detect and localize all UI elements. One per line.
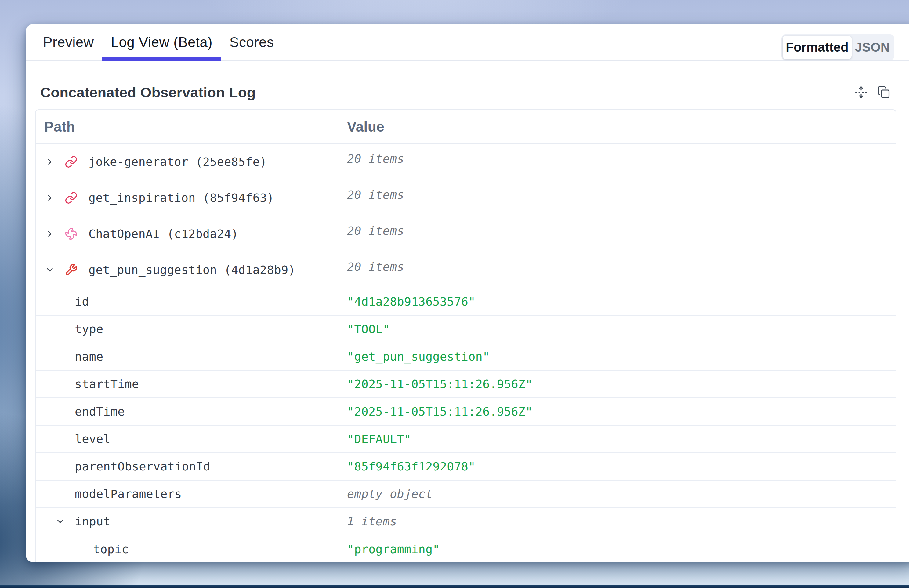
row-value: "2025-11-05T15:11:26.956Z" (347, 377, 533, 391)
observation-log-table: Path Value joke-generator (25ee85fe)20 i… (35, 109, 896, 562)
path-cell: joke-generator (25ee85fe) (36, 144, 347, 179)
path-cell: get_inspiration (85f94f63) (36, 180, 347, 216)
tab-preview[interactable]: Preview (34, 24, 102, 60)
chevron-right-icon[interactable] (45, 157, 54, 166)
row-value: 20 items (347, 260, 404, 273)
table-row[interactable]: get_pun_suggestion (4d1a28b9)20 items (36, 252, 896, 288)
column-header-value: Value (347, 118, 384, 135)
chevron-down-icon[interactable] (45, 265, 54, 275)
link-icon (65, 191, 77, 204)
row-label: get_inspiration (85f94f63) (89, 191, 274, 205)
table-body: joke-generator (25ee85fe)20 itemsget_ins… (36, 144, 896, 562)
value-cell: "85f94f63f1292078" (347, 453, 896, 480)
table-row: endTime"2025-11-05T15:11:26.956Z" (36, 398, 896, 426)
value-cell: 20 items (347, 252, 896, 288)
section-toolbar (854, 86, 890, 99)
table-row[interactable]: joke-generator (25ee85fe)20 items (36, 144, 896, 180)
value-cell: "4d1a28b913653576" (347, 288, 896, 315)
value-cell: "get_pun_suggestion" (347, 343, 896, 370)
row-label: name (75, 350, 103, 363)
value-cell: "DEFAULT" (347, 426, 896, 452)
row-value: 20 items (347, 152, 404, 165)
value-cell: "2025-11-05T15:11:26.956Z" (347, 371, 896, 397)
row-label: type (75, 322, 103, 336)
value-cell: "programming" (347, 535, 896, 562)
desktop-background: Preview Log View (Beta) Scores Formatted… (0, 0, 909, 588)
value-cell: empty object (347, 481, 896, 507)
path-cell: ChatOpenAI (c12bda24) (36, 216, 347, 252)
row-label: level (75, 432, 110, 446)
fan-icon (65, 228, 77, 240)
path-cell: endTime (36, 398, 347, 425)
value-cell: 20 items (347, 180, 896, 216)
row-value: 20 items (347, 188, 404, 202)
row-value: "85f94f63f1292078" (347, 460, 476, 473)
row-label: input (75, 515, 110, 528)
table-row: topic"programming" (36, 535, 896, 562)
table-row[interactable]: input1 items (36, 508, 896, 535)
row-label: id (75, 295, 89, 309)
value-cell: "TOOL" (347, 316, 896, 342)
path-cell: parentObservationId (36, 453, 347, 480)
table-row: id"4d1a28b913653576" (36, 288, 896, 316)
desktop-bottom-strip (0, 585, 909, 588)
row-value: 1 items (347, 515, 397, 528)
path-cell: input (36, 508, 347, 535)
path-cell: startTime (36, 371, 347, 397)
table-row: parentObservationId"85f94f63f1292078" (36, 453, 896, 481)
tab-scores[interactable]: Scores (221, 24, 283, 60)
table-row: modelParametersempty object (36, 481, 896, 508)
table-row: type"TOOL" (36, 316, 896, 343)
table-row[interactable]: ChatOpenAI (c12bda24)20 items (36, 216, 896, 252)
toggle-option-json[interactable]: JSON (852, 36, 893, 59)
tab-log-view[interactable]: Log View (Beta) (102, 24, 221, 60)
row-label: parentObservationId (75, 460, 210, 473)
unfold-vertical-icon[interactable] (854, 86, 868, 99)
observation-log-panel: Preview Log View (Beta) Scores Formatted… (26, 24, 909, 562)
toggle-option-formatted[interactable]: Formatted (783, 36, 852, 59)
table-row[interactable]: get_inspiration (85f94f63)20 items (36, 180, 896, 216)
chevron-right-icon[interactable] (45, 229, 54, 238)
table-row: startTime"2025-11-05T15:11:26.956Z" (36, 371, 896, 398)
row-value: 20 items (347, 224, 404, 237)
row-value: "2025-11-05T15:11:26.956Z" (347, 405, 533, 418)
section-header: Concatenated Observation Log (40, 75, 890, 109)
tab-bar: Preview Log View (Beta) Scores (26, 24, 909, 61)
path-cell: type (36, 316, 347, 342)
table-row: name"get_pun_suggestion" (36, 343, 896, 371)
row-label: startTime (75, 377, 139, 391)
path-cell: id (36, 288, 347, 315)
row-label: joke-generator (25ee85fe) (89, 155, 267, 168)
row-label: modelParameters (75, 487, 182, 501)
row-value: "DEFAULT" (347, 432, 411, 446)
row-label: endTime (75, 405, 125, 418)
row-value: "TOOL" (347, 322, 390, 336)
page-title: Concatenated Observation Log (40, 84, 256, 101)
path-cell: modelParameters (36, 481, 347, 507)
row-label: topic (93, 543, 129, 556)
row-value: "programming" (347, 543, 440, 556)
link-icon (65, 155, 77, 168)
path-cell: get_pun_suggestion (4d1a28b9) (36, 252, 347, 288)
path-cell: topic (36, 535, 347, 562)
row-label: get_pun_suggestion (4d1a28b9) (89, 263, 295, 276)
column-header-path: Path (36, 118, 347, 135)
path-cell: level (36, 426, 347, 452)
copy-icon[interactable] (877, 86, 890, 99)
value-cell: 1 items (347, 508, 896, 535)
format-toggle: Formatted JSON (781, 34, 894, 60)
value-cell: 20 items (347, 216, 896, 252)
chevron-right-icon[interactable] (45, 193, 54, 202)
wrench-icon (65, 263, 77, 276)
path-cell: name (36, 343, 347, 370)
value-cell: 20 items (347, 144, 896, 179)
row-value: "4d1a28b913653576" (347, 295, 476, 309)
table-header-row: Path Value (36, 110, 896, 144)
table-row: level"DEFAULT" (36, 426, 896, 453)
row-label: ChatOpenAI (c12bda24) (89, 227, 238, 241)
row-value: empty object (347, 487, 433, 501)
value-cell: "2025-11-05T15:11:26.956Z" (347, 398, 896, 425)
chevron-down-icon[interactable] (56, 517, 65, 526)
row-value: "get_pun_suggestion" (347, 350, 490, 363)
